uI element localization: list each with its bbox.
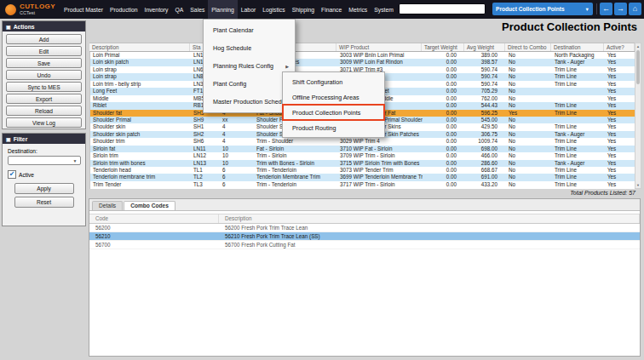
col-header-active[interactable]: Active?: [604, 43, 635, 51]
actions-panel-header[interactable]: ▣ Actions: [3, 21, 85, 31]
menubar-item-shipping[interactable]: Shipping: [289, 0, 318, 19]
edit-button[interactable]: Edit: [6, 46, 82, 56]
chevron-down-icon: ▼: [585, 7, 589, 12]
combo-col-header-code[interactable]: Code: [89, 214, 219, 223]
reset-button[interactable]: Reset: [14, 197, 74, 208]
chevron-down-icon: ▼: [73, 158, 78, 163]
scroll-down-icon[interactable]: ▼: [635, 183, 641, 187]
search-input[interactable]: [399, 3, 486, 14]
filter-panel-header[interactable]: ▣ Filter: [3, 134, 85, 144]
cell: 429.50: [465, 123, 506, 130]
cell: Tank - Auger: [552, 59, 605, 66]
destination-select[interactable]: ▼: [8, 156, 81, 165]
cell: 590.74: [465, 73, 506, 80]
view-log-button[interactable]: View Log: [6, 117, 82, 128]
cell: Yes: [605, 88, 635, 94]
menubar: Product MasterProductionInventoryQASales…: [60, 0, 397, 19]
col-header-direct-to-combo[interactable]: Direct to Combo: [505, 43, 551, 51]
combo-cell: 56200: [89, 224, 219, 231]
menubar-item-product-master[interactable]: Product Master: [60, 0, 106, 19]
col-header-avg-weight[interactable]: Avg Weight: [464, 43, 505, 51]
menubar-item-finance[interactable]: Finance: [318, 0, 345, 19]
reload-button[interactable]: Reload: [6, 106, 82, 116]
products-scrollbar[interactable]: ▲ ▼: [635, 43, 641, 189]
table-row[interactable]: Loin skin patchLN152Loin Skin Patches300…: [90, 59, 635, 66]
active-checkbox[interactable]: ✔: [8, 170, 16, 179]
cell: Yes: [506, 110, 552, 117]
forward-button[interactable]: →: [614, 3, 627, 15]
menubar-item-qa[interactable]: QA: [171, 0, 187, 19]
save-button[interactable]: Save: [6, 58, 82, 68]
menu-item-plant-calendar[interactable]: Plant Calendar: [204, 21, 295, 39]
details-tabs: DetailsCombo Codes: [89, 199, 640, 211]
cell: 0.00: [423, 95, 465, 102]
cell: No: [506, 81, 552, 88]
cell: 10: [220, 152, 254, 159]
col-header-description[interactable]: Description: [89, 43, 190, 51]
cell: 4: [220, 131, 254, 138]
sync-to-mes-button[interactable]: Sync to MES: [6, 82, 82, 92]
menubar-item-planning[interactable]: Planning: [208, 0, 237, 19]
table-row[interactable]: Tenderloin membrane trimTL26Tenderloin M…: [90, 174, 635, 180]
scroll-up-icon[interactable]: ▲: [635, 44, 641, 49]
cell: xx: [220, 117, 254, 123]
table-row[interactable]: Sirloin fatLN1110Fat - Sirloin3710 WIP F…: [90, 146, 635, 152]
menu-item-planning-rules-config[interactable]: Planning Rules Config▶: [204, 57, 295, 75]
cell: Yes: [605, 117, 635, 123]
scrollbar-thumb[interactable]: [636, 50, 640, 84]
cell: No: [506, 174, 552, 180]
apply-button[interactable]: Apply: [14, 183, 74, 194]
submenu-item-shift-configuration[interactable]: Shift Configuration: [283, 74, 384, 89]
menubar-item-metrics[interactable]: Metrics: [345, 0, 371, 19]
table-row[interactable]: Sirloin trimLN1210Trim - Sirloin3709 WIP…: [90, 152, 635, 159]
table-row[interactable]: Loin PrimalLN121/4, 4/5 Break3003 WIP Bn…: [90, 52, 635, 59]
combo-col-header-description[interactable]: Description: [219, 214, 640, 223]
cell: Trim - Tenderloin: [254, 167, 337, 174]
col-header-wip-product[interactable]: WIP Product: [336, 43, 422, 51]
cell: Yes: [605, 52, 635, 59]
menu-item-master-production-schedule[interactable]: Master Production Schedule: [204, 93, 295, 111]
submenu-item-product-routing[interactable]: Product Routing: [283, 120, 384, 135]
combo-row[interactable]: 5620056200 Fresh Pork Trim Trace Lean: [89, 224, 640, 232]
cell: Tenderloin head: [90, 167, 191, 174]
menubar-item-sales[interactable]: Sales: [187, 0, 208, 19]
menubar-item-inventory[interactable]: Inventory: [141, 0, 172, 19]
cell: 668.67: [465, 167, 506, 174]
home-button[interactable]: ⌂: [629, 3, 641, 15]
combo-row[interactable]: 5621056210 Fresh Pork Trim Trace Lean (S…: [89, 232, 640, 241]
menu-item-hog-schedule[interactable]: Hog Schedule: [204, 39, 295, 57]
menu-item-label: Hog Schedule: [213, 44, 251, 52]
cell: SH2: [191, 131, 220, 138]
menu-item-plant-config[interactable]: Plant Config▶: [204, 75, 295, 93]
menubar-item-system[interactable]: System: [371, 0, 397, 19]
tab-details[interactable]: Details: [92, 201, 123, 210]
add-button[interactable]: Add: [6, 34, 82, 44]
col-header-destination[interactable]: Destination: [551, 43, 604, 51]
table-row[interactable]: Tenderloin headTL16Trim - Tenderloin3073…: [90, 167, 635, 174]
submenu-item-product-collection-points[interactable]: Product Collection Points: [283, 105, 384, 120]
combo-cell: 56200 Fresh Pork Trim Trace Lean: [219, 224, 640, 231]
table-row[interactable]: Sirloin trim with bonesLN1310Trim with B…: [90, 160, 635, 167]
view-selector-dropdown[interactable]: Product Collection Points ▼: [492, 3, 593, 15]
table-row[interactable]: Trim TenderTL36Trim - Tenderloin3717 WIP…: [90, 181, 635, 188]
tab-combo-codes[interactable]: Combo Codes: [124, 201, 175, 210]
submenu-item-offline-processing-areas[interactable]: Offline Processing Areas: [283, 89, 384, 105]
combo-cell: 56700 Fresh Pork Cutting Fat: [219, 241, 640, 249]
cell: No: [506, 181, 552, 188]
cell: No: [506, 152, 552, 159]
actions-panel-title: Actions: [14, 24, 35, 30]
cell: Loin strap: [90, 73, 191, 80]
cell: [552, 117, 605, 123]
menubar-item-production[interactable]: Production: [106, 0, 141, 19]
col-header-target-weight[interactable]: Target Weight: [422, 43, 464, 51]
combo-row[interactable]: 5670056700 Fresh Pork Cutting Fat: [89, 241, 640, 249]
cell: No: [506, 146, 552, 152]
cell: No: [506, 59, 552, 66]
menubar-item-logistics[interactable]: Logistics: [259, 0, 288, 19]
undo-button[interactable]: Undo: [6, 70, 82, 80]
export-button[interactable]: Export: [6, 94, 82, 104]
back-button[interactable]: ←: [600, 3, 612, 15]
menubar-item-labor[interactable]: Labor: [238, 0, 259, 19]
cell: 3073 WIP Tender Trim: [337, 167, 423, 174]
table-row[interactable]: Shoulder trimSH64Trim - Shoulder3029 WIP…: [90, 138, 635, 145]
